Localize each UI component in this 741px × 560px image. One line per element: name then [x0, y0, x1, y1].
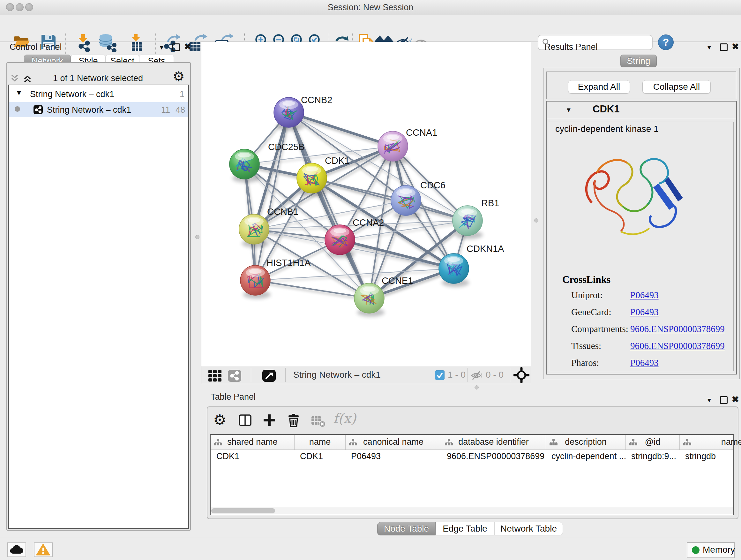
tab-edge-table[interactable]: Edge Table: [435, 522, 494, 536]
protein-structure-image: [573, 139, 691, 254]
fit-selected-icon[interactable]: [514, 367, 529, 384]
memory-button[interactable]: Memory: [687, 542, 735, 558]
graph-node-RB1[interactable]: [453, 206, 483, 239]
table-columns-icon[interactable]: [238, 413, 252, 428]
expand-all-button[interactable]: Expand All: [568, 80, 630, 94]
table-cell[interactable]: stringdb: [679, 450, 741, 463]
results-buttons-box: Expand All Collapse All: [546, 71, 736, 99]
right-splitter-handle[interactable]: [534, 219, 538, 223]
results-panel-close-icon[interactable]: ✖: [732, 43, 739, 51]
graph-node-CCNA2[interactable]: [325, 225, 355, 258]
network-view-toolbar: String Network – cdk1 1 - 0 0 - 0: [201, 366, 531, 384]
column-header-canonical-name[interactable]: canonical name: [345, 435, 441, 449]
splitter-handle[interactable]: [475, 385, 479, 389]
network-edge-count: 48: [176, 105, 185, 115]
graph-node-CDK1[interactable]: [297, 163, 327, 197]
control-panel-float-icon[interactable]: ▼: [158, 44, 165, 51]
column-type-icon: [549, 438, 558, 446]
help-button[interactable]: ?: [658, 35, 674, 50]
table-panel-title: Table Panel: [211, 392, 256, 402]
network-share-icon[interactable]: [228, 370, 241, 383]
column-type-icon: [683, 438, 691, 446]
main-toolbar: ?: [0, 15, 741, 42]
control-panel-maximize-icon[interactable]: [172, 44, 180, 51]
graph-node-CDC6[interactable]: [391, 186, 421, 219]
graph-node-CCNB1[interactable]: [239, 214, 269, 248]
control-panel-close-icon[interactable]: ✖: [184, 43, 192, 51]
graph-node-CCNA1[interactable]: [378, 131, 408, 165]
table-cell[interactable]: CDK1: [294, 450, 345, 463]
title-bar: Session: New Session: [0, 0, 741, 15]
tab-string[interactable]: String: [620, 55, 657, 67]
cloud-button[interactable]: [7, 543, 26, 557]
table-cell[interactable]: CDK1: [211, 450, 294, 463]
left-splitter-handle[interactable]: [195, 235, 199, 239]
add-column-icon[interactable]: [262, 413, 276, 428]
tab-node-table[interactable]: Node Table: [377, 522, 435, 536]
graph-node-HIST1H1A[interactable]: [240, 265, 271, 299]
status-bar: Memory: [0, 538, 741, 560]
delete-column-icon[interactable]: [286, 413, 300, 428]
table-horizontal-scrollbar[interactable]: [211, 507, 733, 514]
delete-table-icon: [311, 415, 326, 429]
column-type-icon: [629, 438, 637, 446]
crosslink-link[interactable]: P06493: [630, 307, 659, 317]
table-cell[interactable]: stringdb:9...: [625, 450, 679, 463]
birds-eye-view-icon[interactable]: [262, 370, 276, 383]
column-header-name[interactable]: name: [294, 435, 345, 449]
column-header-description[interactable]: description: [546, 435, 625, 449]
selected-checkbox-icon[interactable]: [435, 370, 445, 381]
crosslinks-title: CrossLinks: [562, 274, 610, 286]
protein-expander-icon[interactable]: ▼: [565, 106, 572, 114]
column-header-database-identifier[interactable]: database identifier: [441, 435, 546, 449]
table-settings-gear-icon[interactable]: ⚙: [213, 411, 226, 428]
protein-description: cyclin-dependent kinase 1: [555, 124, 659, 134]
column-type-icon: [349, 438, 357, 446]
crosslink-link[interactable]: P06493: [630, 290, 659, 300]
grid-view-icon[interactable]: [208, 370, 222, 383]
node-label-CDC25B: CDC25B: [268, 142, 305, 152]
crosslink-label: Pharos:: [571, 358, 599, 368]
crosslink-label: Compartments:: [571, 324, 628, 334]
network-collection-row[interactable]: ▼ String Network – cdk1 1: [9, 86, 188, 102]
graph-node-CCNE1[interactable]: [354, 283, 385, 317]
control-panel-title: Control Panel: [10, 42, 62, 52]
node-label-CCNA1: CCNA1: [406, 127, 437, 138]
import-table-icon[interactable]: [127, 34, 145, 53]
current-network-name: String Network – cdk1: [293, 370, 381, 380]
collapse-all-button[interactable]: Collapse All: [643, 80, 711, 94]
crosslink-link[interactable]: 9606.ENSP00000378699: [630, 324, 725, 334]
table-panel-float-icon[interactable]: ▼: [706, 397, 712, 404]
graph-node-CDKN1A[interactable]: [439, 253, 469, 287]
node-table: shared namenamecanonical namedatabase id…: [210, 434, 734, 515]
protein-name: CDK1: [593, 104, 619, 115]
crosslink-link[interactable]: P06493: [630, 358, 659, 368]
results-panel-float-icon[interactable]: ▼: [706, 44, 712, 51]
column-header-namespace[interactable]: namespace: [679, 435, 741, 449]
crosslink-label: Uniprot:: [571, 290, 603, 300]
graph-node-CDC25B[interactable]: [229, 149, 260, 183]
column-header-shared-name[interactable]: shared name: [211, 435, 294, 449]
import-database-icon[interactable]: [98, 34, 118, 53]
network-status-dot: [15, 106, 20, 112]
memory-status-dot: [692, 546, 699, 554]
table-panel-maximize-icon[interactable]: [720, 396, 728, 404]
tab-network-table[interactable]: Network Table: [494, 522, 563, 536]
table-cell[interactable]: P06493: [345, 450, 441, 463]
table-cell[interactable]: 9606.ENSP00000378699: [441, 450, 546, 463]
network-options-gear-icon[interactable]: ⚙: [173, 70, 185, 83]
column-header--id[interactable]: @id: [625, 435, 679, 449]
network-row-selected[interactable]: String Network – cdk1 11 48: [9, 102, 188, 117]
node-label-RB1: RB1: [481, 198, 499, 208]
table-cell[interactable]: cyclin-dependent ...: [546, 450, 625, 463]
protein-header[interactable]: ▼ CDK1: [546, 101, 736, 119]
selected-counts: 1 - 0: [448, 370, 466, 380]
warning-button[interactable]: [34, 543, 53, 557]
crosslink-link[interactable]: 9606.ENSP00000378699: [630, 341, 725, 351]
tree-expander-icon[interactable]: ▼: [16, 89, 22, 97]
results-panel-maximize-icon[interactable]: [720, 44, 728, 51]
table-panel-close-icon[interactable]: ✖: [732, 395, 739, 404]
graph-node-CCNB2[interactable]: [274, 98, 304, 131]
network-graph[interactable]: CCNB2CCNA1CDC25BCDK1CDC6RB1CCNB1CCNA2CDK…: [201, 42, 530, 366]
import-network-icon[interactable]: [74, 34, 92, 53]
